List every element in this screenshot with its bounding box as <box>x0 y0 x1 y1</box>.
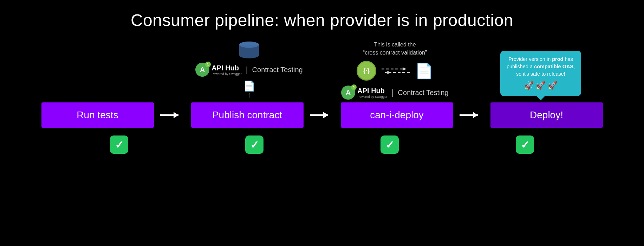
svg-marker-7 <box>385 71 389 74</box>
annotation-can-i-deploy: This is called the “cross contract valid… <box>322 41 468 100</box>
pipeline-area: A ↻ API Hub Powered by Swagger | Contrac… <box>0 40 644 154</box>
svg-marker-5 <box>403 67 406 71</box>
pipeline-steps: Run tests Publish contract can-i-deploy <box>24 102 621 128</box>
checkmark-2: ✓ <box>245 135 264 154</box>
page: Consumer pipeline: when provider is in p… <box>0 0 644 246</box>
bidirectional-arrow-svg <box>380 65 411 76</box>
rocket-row: 🚀 🚀 🚀 <box>506 80 575 91</box>
bubble-prod: prod <box>552 56 563 62</box>
cross-validation-icons: {·} <box>357 61 433 81</box>
publish-annotation: A ↻ API Hub Powered by Swagger | Contrac… <box>195 40 303 100</box>
database-icon <box>239 40 260 60</box>
step-can-i-deploy: can-i-deploy <box>341 102 453 128</box>
annotation-publish-contract: A ↻ API Hub Powered by Swagger | Contrac… <box>176 40 322 100</box>
check-slot-3: ✓ <box>322 135 457 154</box>
arrow-1 <box>160 110 185 120</box>
check-slot-4: ✓ <box>457 135 593 154</box>
svg-point-2 <box>239 52 259 58</box>
speech-bubble: Provider version in prod has published a… <box>500 51 581 96</box>
step-publish-contract: Publish contract <box>191 102 304 128</box>
checkmarks-row: ✓ ✓ ✓ ✓ <box>24 135 621 154</box>
api-hub-logo-2: A ↻ API Hub Powered by Swagger | Contrac… <box>341 86 448 100</box>
checkmark-4: ✓ <box>516 135 534 154</box>
api-hub-badge-2: A ↻ <box>341 86 355 100</box>
cross-validation-text: This is called the “cross contract valid… <box>363 41 427 57</box>
svg-marker-11 <box>323 112 328 118</box>
api-hub-badge: A ↻ <box>195 63 209 77</box>
api-hub-text: API Hub Powered by Swagger <box>212 64 242 76</box>
annotations-row: A ↻ API Hub Powered by Swagger | Contrac… <box>24 40 621 100</box>
check-slot-1: ✓ <box>52 135 187 154</box>
check-slot-2: ✓ <box>187 135 322 154</box>
arrow-3 <box>460 110 484 120</box>
step-run-tests: Run tests <box>41 102 154 128</box>
dashed-arrows <box>380 65 411 76</box>
can-i-deploy-annotation: This is called the “cross contract valid… <box>341 41 448 100</box>
arrow-2 <box>310 110 334 120</box>
step-deploy: Deploy! <box>490 102 603 128</box>
doc-icon: 📄 <box>415 62 433 80</box>
api-hub-text-2: API Hub Powered by Swagger <box>357 87 388 99</box>
svg-point-3 <box>239 42 259 48</box>
svg-marker-13 <box>473 112 478 118</box>
upload-icon: 📄 ↑ <box>243 80 255 100</box>
svg-marker-9 <box>174 112 178 118</box>
api-hub-logo: A ↻ API Hub Powered by Swagger | Contrac… <box>195 63 303 77</box>
checkmark-1: ✓ <box>110 135 128 154</box>
checkmark-3: ✓ <box>380 135 399 154</box>
page-title: Consumer pipeline: when provider is in p… <box>131 11 513 30</box>
annotation-deploy: Provider version in prod has published a… <box>468 51 614 100</box>
bubble-compatible-oas: compatible OAS <box>534 64 573 69</box>
swagger-hub-icon: {·} <box>357 61 376 81</box>
